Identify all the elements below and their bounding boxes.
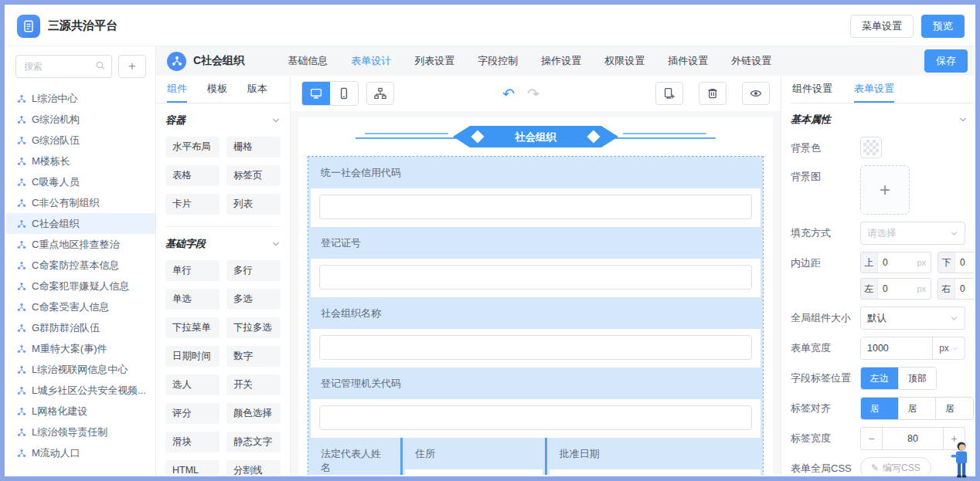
tab-component-settings[interactable]: 组件设置 (792, 76, 832, 103)
tab-action-settings[interactable]: 操作设置 (541, 54, 581, 68)
field-credit-code[interactable]: 统一社会信用代码 (308, 157, 763, 227)
sidebar-item[interactable]: L综治视联网信息中心 (6, 359, 155, 380)
component-switch[interactable]: 开关 (226, 374, 281, 395)
component-rate[interactable]: 评分 (165, 403, 219, 424)
undo-icon[interactable]: ↶ (502, 86, 515, 101)
field-credit-code-input[interactable] (319, 195, 752, 219)
tab-components[interactable]: 组件 (167, 76, 187, 103)
field-org-name-input[interactable] (319, 335, 752, 360)
add-form-button[interactable]: + (118, 55, 146, 78)
field-address[interactable]: 住所 (403, 438, 544, 475)
sidebar-item[interactable]: G综治队伍 (6, 130, 155, 151)
component-static-text[interactable]: 静态文字 (226, 432, 281, 452)
form-width-unit-select[interactable]: px (932, 337, 965, 359)
tab-form-design[interactable]: 表单设计 (351, 54, 391, 68)
sidebar-item[interactable]: L综治领导责任制 (6, 422, 155, 442)
tab-form-settings[interactable]: 表单设置 (854, 76, 894, 103)
sidebar-item[interactable]: C重点地区排查整治 (6, 234, 155, 255)
component-horizontal-layout[interactable]: 水平布局 (165, 137, 219, 158)
save-button[interactable]: 保存 (924, 49, 968, 73)
mobile-view-button[interactable] (330, 82, 358, 105)
desktop-view-button[interactable] (302, 82, 330, 105)
component-number[interactable]: 数字 (226, 346, 281, 367)
component-list[interactable]: 列表 (226, 194, 281, 215)
tab-versions[interactable]: 版本 (247, 76, 267, 103)
decrease-button[interactable]: − (861, 428, 883, 449)
sidebar-item[interactable]: C命案受害人信息 (6, 296, 155, 317)
label-align-left[interactable]: 居左 (861, 398, 898, 419)
label-position-left[interactable]: 左边 (861, 368, 898, 389)
component-multi-line[interactable]: 多行 (226, 260, 281, 281)
preview-button[interactable]: 预览 (921, 15, 965, 38)
padding-right-input[interactable] (955, 279, 974, 299)
sidebar-item[interactable]: C命案犯罪嫌疑人信息 (6, 276, 155, 296)
label-align-right[interactable]: 居右 (935, 398, 973, 419)
component-people-picker[interactable]: 选人 (165, 374, 219, 395)
sidebar-item[interactable]: G综治机构 (6, 109, 155, 130)
component-datetime[interactable]: 日期时间 (165, 346, 219, 367)
field-legal-rep-name[interactable]: 法定代表人姓名 (308, 438, 400, 475)
sidebar-item[interactable]: C非公有制组织 (6, 192, 155, 213)
edit-css-button[interactable]: ✎ 编写CSS (860, 457, 931, 475)
tab-list-settings[interactable]: 列表设置 (414, 54, 454, 68)
component-divider[interactable]: 分割线 (226, 460, 281, 475)
bg-image-upload[interactable]: + (860, 165, 910, 215)
fill-mode-select[interactable]: 请选择 (860, 222, 965, 245)
component-card[interactable]: 卡片 (165, 194, 219, 215)
tab-field-control[interactable]: 字段控制 (478, 54, 518, 68)
tab-templates[interactable]: 模板 (207, 76, 227, 103)
redo-icon[interactable]: ↷ (527, 86, 539, 101)
label-position-top[interactable]: 顶部 (898, 368, 936, 389)
field-authority-code-input[interactable] (319, 405, 752, 430)
label-width-input[interactable] (883, 428, 943, 449)
field-registration-no[interactable]: 登记证号 (308, 227, 763, 297)
bg-color-swatch[interactable] (860, 137, 882, 158)
field-approval-date[interactable]: 批准日期 (547, 438, 763, 475)
field-org-name[interactable]: 社会组织名称 (308, 297, 763, 368)
form-width-input[interactable] (861, 337, 932, 359)
component-slider[interactable]: 滑块 (165, 432, 219, 452)
sidebar-item[interactable]: M流动人口 (6, 442, 155, 463)
tab-basic-info[interactable]: 基础信息 (288, 54, 328, 68)
padding-left-input[interactable] (878, 279, 917, 299)
component-select[interactable]: 下拉菜单 (165, 317, 219, 338)
sidebar-item[interactable]: C吸毒人员 (6, 171, 155, 192)
padding-bottom-input[interactable] (955, 252, 974, 273)
menu-settings-button[interactable]: 菜单设置 (850, 15, 914, 38)
component-grid[interactable]: 栅格 (226, 137, 281, 158)
component-multi-select[interactable]: 下拉多选 (226, 317, 281, 338)
padding-top-input[interactable] (878, 252, 917, 273)
sidebar-item[interactable]: M重特大案(事)件 (6, 338, 155, 359)
tab-plugin-settings[interactable]: 插件设置 (668, 54, 708, 68)
sidebar-item[interactable]: G群防群治队伍 (6, 317, 155, 338)
preview-eye-button[interactable] (742, 82, 770, 105)
field-registration-no-input[interactable] (319, 265, 752, 290)
component-single-line[interactable]: 单行 (165, 260, 219, 281)
sidebar-item-selected[interactable]: C社会组织 (6, 213, 155, 234)
form-selection-area[interactable]: 统一社会信用代码 登记证号 社会组织名称 (308, 156, 764, 475)
sidebar-item[interactable]: L网格化建设 (6, 401, 155, 422)
sidebar-item-label: L综治中心 (32, 92, 77, 106)
component-checkbox[interactable]: 多选 (226, 289, 281, 310)
sidebar-item[interactable]: C命案防控基本信息 (6, 255, 155, 276)
component-table[interactable]: 表格 (165, 165, 219, 186)
tab-permission-settings[interactable]: 权限设置 (604, 54, 645, 68)
global-size-select[interactable]: 默认 (860, 307, 965, 330)
sidebar-item[interactable]: L城乡社区公共安全视频... (6, 380, 155, 401)
structure-tree-button[interactable] (366, 82, 394, 105)
component-html[interactable]: HTML (165, 460, 219, 475)
component-radio[interactable]: 单选 (165, 289, 219, 310)
sidebar-item[interactable]: L综治中心 (6, 88, 155, 109)
copy-component-button[interactable] (655, 82, 683, 105)
basic-properties-header[interactable]: 基本属性 (791, 113, 974, 127)
label-align-center[interactable]: 居中 (898, 398, 936, 419)
field-authority-code[interactable]: 登记管理机关代码 (308, 368, 763, 438)
component-color-picker[interactable]: 颜色选择 (226, 403, 281, 424)
section-containers-header[interactable]: 容器 (165, 113, 281, 127)
section-basic-fields-header[interactable]: 基础字段 (165, 237, 281, 251)
delete-button[interactable] (699, 82, 726, 105)
form-page[interactable]: 社会组织 统一社会信用代码 登记证号 (298, 117, 773, 475)
component-tabs[interactable]: 标签页 (226, 165, 281, 186)
sidebar-item[interactable]: M楼栋长 (6, 151, 155, 171)
tab-external-link-settings[interactable]: 外链设置 (731, 54, 771, 68)
